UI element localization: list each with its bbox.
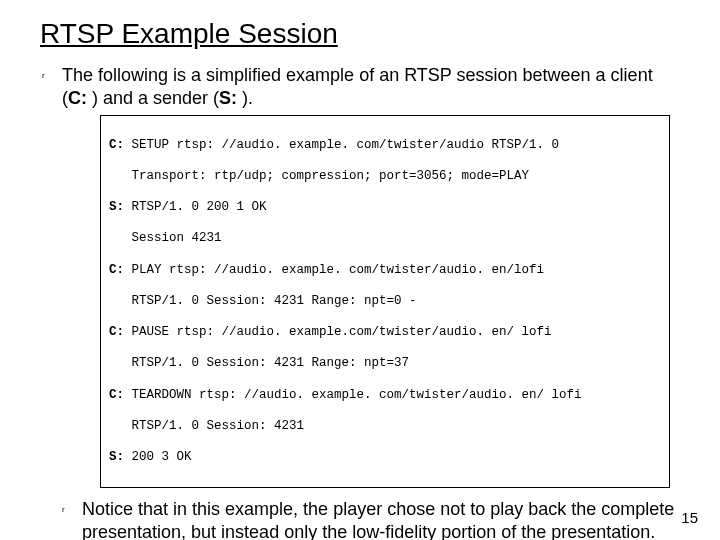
code-text: RTSP/1. 0 Session: 4231 — [109, 419, 661, 435]
code-prefix: C: — [109, 325, 124, 339]
intro-part3: ). — [237, 88, 253, 108]
code-text: RTSP/1. 0 Session: 4231 Range: npt=0 - — [109, 294, 661, 310]
code-prefix: C: — [109, 138, 124, 152]
code-text: RTSP/1. 0 200 1 OK — [124, 200, 267, 214]
code-text: SETUP rtsp: //audio. example. com/twiste… — [124, 138, 559, 152]
code-text: PAUSE rtsp: //audio. example.com/twister… — [124, 325, 552, 339]
slide-title: RTSP Example Session — [40, 18, 680, 50]
code-prefix: S: — [109, 450, 124, 464]
code-text: Transport: rtp/udp; compression; port=30… — [109, 169, 661, 185]
bullet-text: Notice that in this example, the player … — [82, 498, 680, 540]
code-text: PLAY rtsp: //audio. example. com/twister… — [124, 263, 544, 277]
rtsp-session-code: C: SETUP rtsp: //audio. example. com/twi… — [100, 115, 670, 488]
code-text: RTSP/1. 0 Session: 4231 Range: npt=37 — [109, 356, 661, 372]
bullet-icon: r — [60, 498, 82, 514]
intro-bullet: r The following is a simplified example … — [40, 64, 680, 109]
code-prefix: S: — [109, 200, 124, 214]
bullet-icon: r — [40, 64, 62, 80]
intro-text: The following is a simplified example of… — [62, 64, 680, 109]
code-prefix: C: — [109, 263, 124, 277]
code-text: 200 3 OK — [124, 450, 192, 464]
code-text: TEARDOWN rtsp: //audio. example. com/twi… — [124, 388, 582, 402]
code-text: Session 4231 — [109, 231, 661, 247]
intro-part2: ) and a sender ( — [87, 88, 219, 108]
page-number: 15 — [681, 509, 698, 526]
code-prefix: C: — [109, 388, 124, 402]
intro-c: C: — [68, 88, 87, 108]
intro-s: S: — [219, 88, 237, 108]
bullet-notice: r Notice that in this example, the playe… — [60, 498, 680, 540]
lower-bullets: r Notice that in this example, the playe… — [60, 498, 680, 540]
